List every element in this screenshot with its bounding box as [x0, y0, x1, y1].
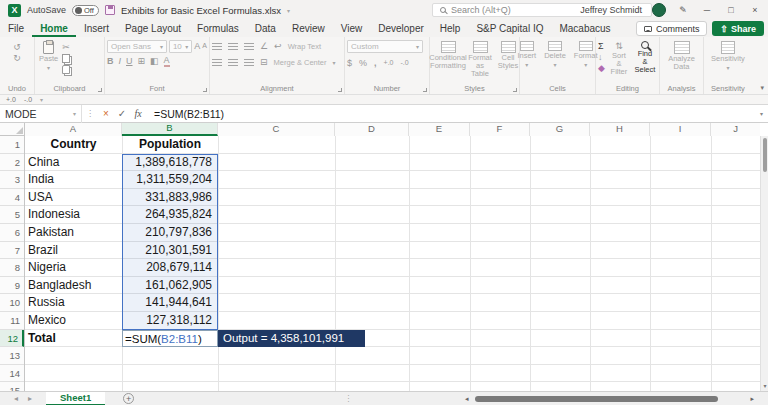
redo-icon[interactable]: ↻ [13, 53, 21, 63]
font-dialog-launcher[interactable] [203, 88, 207, 92]
align-center-icon[interactable] [228, 59, 238, 66]
row-header-10[interactable]: 10 [0, 294, 24, 312]
row-header-1[interactable]: 1 [0, 136, 24, 154]
close-button[interactable]: × [748, 5, 762, 15]
paste-button[interactable]: Paste ▾ [37, 40, 60, 82]
cell-country[interactable]: Bangladesh [25, 277, 122, 295]
prev-sheet-icon[interactable]: ◂ [14, 394, 18, 403]
column-header-f[interactable]: F [470, 123, 530, 136]
alignment-dialog-launcher[interactable] [338, 88, 342, 92]
tab-formulas[interactable]: Formulas [189, 20, 247, 37]
tab-macabacus[interactable]: Macabacus [551, 20, 618, 37]
conditional-formatting-button[interactable]: Conditional Formatting [432, 40, 464, 82]
tab-view[interactable]: View [333, 20, 371, 37]
italic-button[interactable]: I [119, 56, 122, 66]
copy-icon[interactable] [62, 54, 70, 63]
merge-dropdown-icon[interactable]: ▾ [333, 59, 336, 66]
new-sheet-button[interactable]: + [123, 393, 134, 404]
tab-page-layout[interactable]: Page Layout [117, 20, 189, 37]
collapse-ribbon-icon[interactable]: ▾ [760, 84, 764, 92]
row-header-13[interactable]: 13 [0, 347, 24, 365]
grow-font-icon[interactable]: A [194, 41, 200, 51]
scroll-down-icon[interactable]: ▾ [761, 381, 768, 391]
increase-decimal-icon[interactable]: +.0 [384, 58, 394, 68]
autosave-toggle[interactable]: Off [72, 5, 99, 16]
scroll-left-icon[interactable]: ◂ [465, 395, 469, 403]
cell-population[interactable]: 210,301,591 [122, 242, 218, 260]
row-header-11[interactable]: 11 [0, 312, 24, 330]
column-header-c[interactable]: C [218, 123, 335, 136]
column-header-g[interactable]: G [530, 123, 590, 136]
merge-center-label[interactable]: Merge & Center [274, 58, 327, 67]
sensitivity-button[interactable]: Sensitivity ▾ [709, 40, 747, 82]
save-icon[interactable] [105, 5, 115, 15]
column-header-i[interactable]: I [650, 123, 711, 136]
wrap-text-icon[interactable]: ↩ [274, 41, 282, 51]
insert-cells-button[interactable]: Insert ▾ [515, 40, 538, 82]
row-header-12[interactable]: 12 [0, 330, 24, 348]
accounting-format-icon[interactable]: $ [347, 58, 352, 68]
vertical-scrollbar[interactable]: ▾ [760, 136, 768, 391]
column-header-d[interactable]: D [335, 123, 409, 136]
cell-country[interactable]: India [25, 171, 122, 189]
qat-customize-icon[interactable]: ▾ [40, 96, 43, 103]
cell-country[interactable]: Indonesia [25, 206, 122, 224]
cell-country[interactable]: Mexico [25, 312, 122, 330]
comments-button[interactable]: Comments [636, 21, 708, 36]
tab-file[interactable]: File [0, 20, 32, 37]
cell-population[interactable]: 210,797,836 [122, 224, 218, 242]
cell-population[interactable]: 1,389,618,778 [122, 154, 218, 172]
select-all-corner[interactable] [0, 123, 25, 136]
row-header-8[interactable]: 8 [0, 259, 24, 277]
tab-sp-capital-iq[interactable]: S&P Capital IQ [468, 20, 551, 37]
column-header-e[interactable]: E [409, 123, 470, 136]
row-header-4[interactable]: 4 [0, 189, 24, 207]
cell-a1-country-header[interactable]: Country [25, 136, 122, 154]
avatar[interactable] [652, 3, 666, 17]
expand-formula-bar-icon[interactable]: ▾ [760, 110, 763, 117]
qat-decrease-decimal-icon[interactable]: -.0 [24, 96, 32, 103]
next-sheet-icon[interactable]: ▸ [28, 394, 32, 403]
formula-bar-content[interactable]: =SUM(B2:B11) [146, 108, 224, 120]
align-bottom-icon[interactable] [244, 43, 254, 50]
cut-icon[interactable]: ✂ [62, 42, 70, 52]
cell-population[interactable]: 208,679,114 [122, 259, 218, 277]
qat-increase-decimal-icon[interactable]: +.0 [6, 96, 16, 103]
autosum-icon[interactable]: Σ [598, 41, 605, 51]
sheet-tab-sheet1[interactable]: Sheet1 [46, 392, 105, 405]
row-header-9[interactable]: 9 [0, 277, 24, 295]
cell-country[interactable]: Nigeria [25, 259, 122, 277]
enter-entry-icon[interactable]: ✓ [114, 108, 130, 119]
cell-country[interactable]: Pakistan [25, 224, 122, 242]
horizontal-scrollbar-thumb[interactable] [475, 396, 718, 402]
number-format-select[interactable]: Custom ▾ [347, 40, 423, 53]
cancel-entry-icon[interactable]: × [98, 108, 114, 119]
align-middle-icon[interactable] [228, 43, 238, 50]
name-box[interactable]: MODE ▾ [0, 105, 82, 123]
cell-country[interactable]: China [25, 154, 122, 172]
row-header-3[interactable]: 3 [0, 171, 24, 189]
decrease-decimal-icon[interactable]: -.0 [400, 58, 408, 68]
format-painter-icon[interactable] [62, 65, 70, 74]
cell-country[interactable]: Russia [25, 294, 122, 312]
sort-filter-button[interactable]: ⇅ Sort & Filter [608, 40, 630, 82]
row-header-14[interactable]: 14 [0, 365, 24, 383]
percent-style-icon[interactable]: % [359, 58, 367, 68]
comma-style-icon[interactable]: , [374, 58, 377, 68]
align-top-icon[interactable] [212, 43, 222, 50]
wrap-text-label[interactable]: Wrap Text [288, 42, 322, 51]
font-color-icon[interactable]: A [164, 55, 170, 67]
orientation-icon[interactable]: ∠ [260, 41, 268, 51]
cell-population[interactable]: 127,318,112 [122, 312, 218, 330]
column-header-a[interactable]: A [25, 123, 122, 136]
cell-population[interactable]: 264,935,824 [122, 206, 218, 224]
column-header-j[interactable]: J [711, 123, 760, 136]
tab-data[interactable]: Data [247, 20, 284, 37]
undo-icon[interactable]: ↺ [13, 42, 21, 52]
scroll-right-icon[interactable]: ▸ [750, 395, 754, 403]
fill-down-icon[interactable]: ↓ [598, 52, 605, 62]
cell-c12-output[interactable]: Output = 4,358,101,991 [218, 330, 365, 348]
analyze-data-button[interactable]: Analyze Data [662, 40, 701, 82]
row-header-5[interactable]: 5 [0, 206, 24, 224]
align-left-icon[interactable] [212, 59, 222, 66]
